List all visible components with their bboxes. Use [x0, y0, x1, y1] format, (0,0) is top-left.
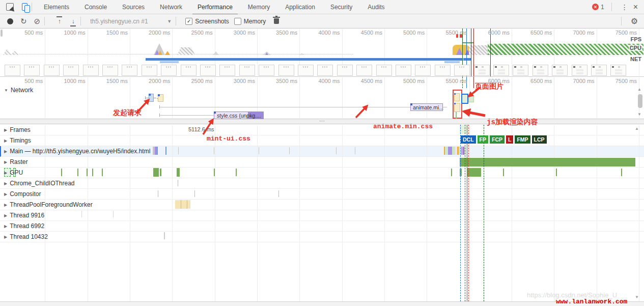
track-row-main[interactable]: ▶Main — http://th5.yishengyue.cn/wuyeH5/…: [0, 146, 644, 157]
timing-marker-badges: DCLFPFCPLFMPLCP: [461, 135, 547, 144]
timing-badge-l[interactable]: L: [506, 135, 513, 144]
pane-splitter[interactable]: ⋯: [0, 119, 644, 124]
record-button[interactable]: [7, 18, 13, 24]
performance-toolbar: ↻ ⊘ ↑ ↓ th5.yishengyue.cn #1 ▼ ✓ Screens…: [0, 14, 644, 29]
network-scrollbar-thumb[interactable]: [638, 94, 642, 108]
tab-memory[interactable]: Memory: [243, 1, 275, 14]
divider: [80, 17, 81, 25]
tab-security[interactable]: Security: [325, 1, 357, 14]
screenshots-checkbox[interactable]: ✓: [185, 18, 192, 25]
fps-lane-label: FPS: [630, 36, 642, 42]
tab-performance[interactable]: Performance: [192, 0, 238, 15]
network-scroll-up-icon[interactable]: ▲: [637, 87, 641, 92]
timing-badge-dcl[interactable]: DCL: [461, 135, 476, 144]
track-row-thread-10432[interactable]: ▶Thread 10432: [0, 232, 644, 242]
track-row-thread-9916[interactable]: ▶Thread 9916: [0, 210, 644, 221]
timeline-overview[interactable]: FPS CPU NET: [0, 29, 644, 77]
tab-console[interactable]: Console: [79, 1, 112, 14]
divider: [176, 17, 176, 25]
error-count: 1: [601, 4, 604, 11]
device-toolbar-icon[interactable]: [22, 3, 27, 11]
track-row-chrome-childiothread[interactable]: ▶Chrome_ChildIOThread: [0, 178, 644, 189]
bottom-scrollbar-strip[interactable]: [0, 301, 644, 306]
tab-sources[interactable]: Sources: [117, 1, 150, 14]
annotation-animate-min-css: animate.min.css: [373, 123, 433, 130]
request-label-style-css[interactable]: style.css (unpkg....: [217, 113, 261, 119]
save-profile-icon[interactable]: ↓: [70, 18, 76, 24]
memory-checkbox[interactable]: [234, 18, 241, 25]
tab-audits[interactable]: Audits: [362, 1, 389, 14]
memory-label: Memory: [244, 18, 266, 25]
inspect-element-icon[interactable]: [6, 3, 14, 11]
annotation-mint-ui-css: mint-ui.css: [207, 135, 250, 143]
profile-select[interactable]: th5.yishengyue.cn #1 ▼: [90, 18, 172, 25]
frame-duration-label: 5112.6 ms: [188, 126, 214, 132]
reload-profile-icon[interactable]: ↻: [20, 17, 27, 25]
load-profile-icon[interactable]: ↑: [56, 18, 63, 24]
track-row-gpu[interactable]: ▶GPU: [0, 168, 644, 178]
timing-badge-lcp[interactable]: LCP: [532, 135, 547, 144]
cpu-lane-label: CPU: [629, 45, 642, 51]
error-badge-icon[interactable]: ✕: [592, 4, 599, 10]
tracks-scroll-up-icon[interactable]: ▲: [635, 126, 639, 131]
annotation-request-start: 发起请求: [113, 108, 142, 118]
track-row-frames[interactable]: ▶Frames: [0, 125, 644, 135]
network-section-header[interactable]: ▼ Network: [4, 87, 33, 94]
close-icon[interactable]: ×: [633, 3, 638, 12]
divider: [611, 3, 612, 11]
request-label-animate-css[interactable]: animate.mi...: [413, 104, 443, 110]
screenshots-label: Screenshots: [195, 18, 229, 25]
annotation-page-image: 页面图片: [475, 82, 503, 91]
tab-network[interactable]: Network: [155, 1, 187, 14]
profile-select-value: th5.yishengyue.cn #1: [90, 18, 148, 25]
divider: [621, 17, 622, 25]
timing-badge-fcp[interactable]: FCP: [490, 135, 505, 144]
tracks-scroll-down-icon[interactable]: ▼: [635, 295, 639, 300]
chevron-down-icon: ▼: [167, 19, 172, 24]
timing-badge-fp[interactable]: FP: [478, 135, 488, 144]
flamechart-track-pane: ▶Frames ▶Timings ▶Main — http://th5.yish…: [0, 125, 644, 301]
divider: [44, 17, 45, 25]
timing-badge-fmp[interactable]: FMP: [515, 135, 530, 144]
tab-elements[interactable]: Elements: [39, 1, 74, 14]
more-options-icon[interactable]: ⋮: [621, 3, 628, 11]
watermark-lanlanwork: www.lanlanwork.com: [556, 298, 627, 305]
devtools-tab-bar: Elements Console Sources Network Perform…: [0, 0, 644, 14]
gear-icon[interactable]: ⚙: [631, 16, 638, 26]
network-scroll-down-icon[interactable]: ▼: [637, 112, 641, 117]
annotation-js-render: js加载渲染内容: [487, 118, 538, 127]
track-row-compositor[interactable]: ▶Compositor: [0, 189, 644, 200]
track-row-timings[interactable]: ▶Timings: [0, 135, 644, 146]
devtools-window: Elements Console Sources Network Perform…: [0, 0, 644, 306]
clear-icon[interactable]: ⊘: [34, 17, 41, 25]
net-lane-label: NET: [629, 56, 642, 62]
garbage-collect-icon[interactable]: [274, 18, 279, 24]
collapse-triangle-icon[interactable]: ▼: [4, 88, 8, 93]
track-row-threadpoolforegroundworker[interactable]: ▶ThreadPoolForegroundWorker: [0, 200, 644, 210]
tab-application[interactable]: Application: [280, 1, 320, 14]
divider: [32, 3, 32, 11]
network-section-label: Network: [11, 87, 33, 94]
network-track-pane: ▼ Network: [0, 77, 644, 119]
track-row-raster[interactable]: ▶Raster: [0, 157, 644, 168]
track-row-thread-6992[interactable]: ▶Thread 6992: [0, 221, 644, 232]
